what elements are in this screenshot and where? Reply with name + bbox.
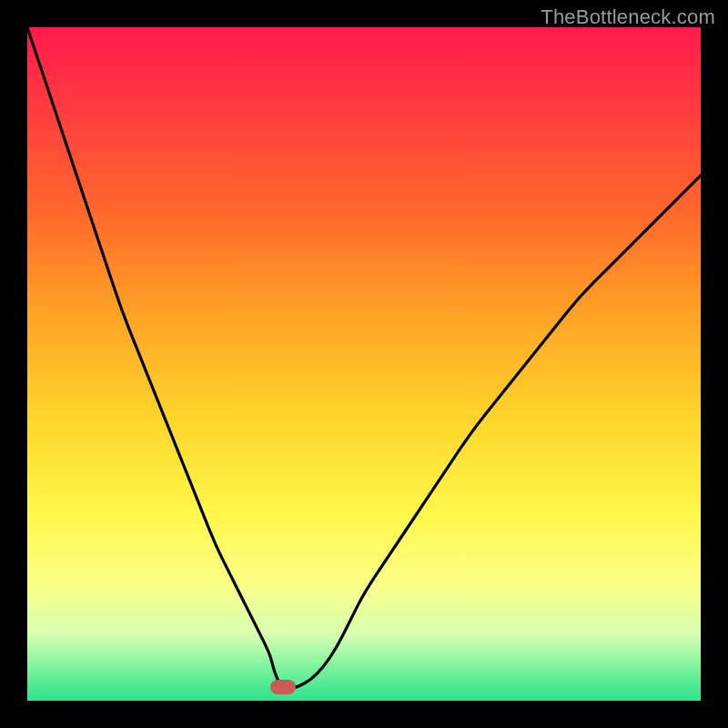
- frame: TheBottleneck.com: [0, 0, 728, 728]
- bottleneck-curve: [27, 27, 701, 701]
- watermark-text: TheBottleneck.com: [541, 5, 715, 29]
- plot-area: [27, 27, 701, 701]
- curve-path: [27, 27, 701, 687]
- optimal-marker: [270, 680, 296, 694]
